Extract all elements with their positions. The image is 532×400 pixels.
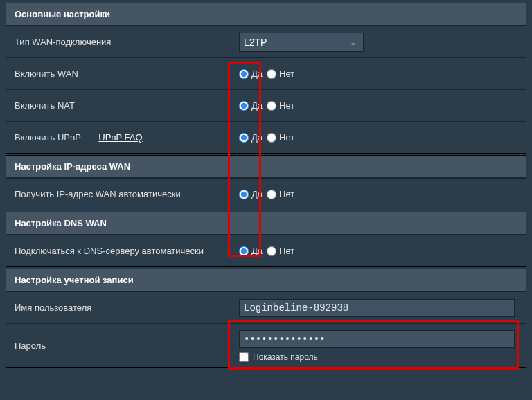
row-username: Имя пользователя [6,291,526,323]
radio-label-no: Нет [279,69,294,79]
row-wan-type: Тип WAN-подключения L2TP ⌄ [6,26,526,57]
radio-enable-wan-no[interactable] [267,69,276,79]
section-header-basic: Основные настройки [6,3,526,26]
radio-enable-nat-yes[interactable] [239,101,249,111]
radio-label-yes: Да [251,246,263,256]
radio-get-ip-auto-yes[interactable] [239,190,249,199]
section-basic-settings: Основные настройки Тип WAN-подключения L… [6,3,526,154]
radio-enable-upnp-no[interactable] [267,133,276,143]
label-enable-nat: Включить NAT [6,93,233,118]
radio-label-yes: Да [251,132,263,143]
radio-label-no: Нет [279,246,294,256]
label-get-ip-auto: Получить IP-адрес WAN автоматически [6,182,233,206]
row-get-ip-auto: Получить IP-адрес WAN автоматически Да Н… [6,178,526,210]
radio-get-ip-auto-no[interactable] [267,190,276,199]
label-password: Пароль [6,334,233,358]
select-wan-type[interactable]: L2TP [239,33,364,52]
label-username: Имя пользователя [6,296,233,320]
label-wan-type: Тип WAN-подключения [6,30,233,54]
row-enable-upnp: Включить UPnP UPnP FAQ Да Нет [6,121,526,153]
radio-label-no: Нет [279,132,294,143]
radio-label-yes: Да [251,100,263,111]
radio-label-yes: Да [251,189,263,199]
radio-label-no: Нет [279,189,294,199]
label-dns-auto: Подключаться к DNS-серверу автоматически [6,239,233,263]
label-enable-wan: Включить WAN [6,62,233,86]
section-header-account: Настройка учетной записи [6,269,526,291]
radio-label-yes: Да [251,69,263,79]
radio-dns-auto-no[interactable] [267,246,276,256]
settings-panel: Основные настройки Тип WAN-подключения L… [0,0,532,368]
row-enable-nat: Включить NAT Да Нет [6,89,526,121]
input-username[interactable] [239,299,515,317]
label-enable-upnp: Включить UPnP UPnP FAQ [6,125,233,149]
section-header-ip-wan: Настройка IP-адреса WAN [6,156,526,178]
input-password[interactable] [239,330,515,348]
radio-enable-nat-no[interactable] [267,101,276,111]
radio-label-no: Нет [279,100,294,111]
radio-dns-auto-yes[interactable] [239,246,249,256]
label-show-password: Показать пароль [253,352,318,362]
row-password: Пароль Показать пароль [6,323,526,367]
section-header-dns-wan: Настройка DNS WAN [6,212,526,235]
row-dns-auto: Подключаться к DNS-серверу автоматически… [6,235,526,266]
section-ip-wan: Настройка IP-адреса WAN Получить IP-адре… [6,155,526,210]
link-upnp-faq[interactable]: UPnP FAQ [98,132,142,143]
row-enable-wan: Включить WAN Да Нет [6,57,526,89]
radio-enable-upnp-yes[interactable] [239,133,249,143]
radio-enable-wan-yes[interactable] [239,69,249,79]
section-account: Настройка учетной записи Имя пользовател… [6,269,526,368]
checkbox-show-password[interactable] [239,352,249,362]
section-dns-wan: Настройка DNS WAN Подключаться к DNS-сер… [6,212,526,267]
